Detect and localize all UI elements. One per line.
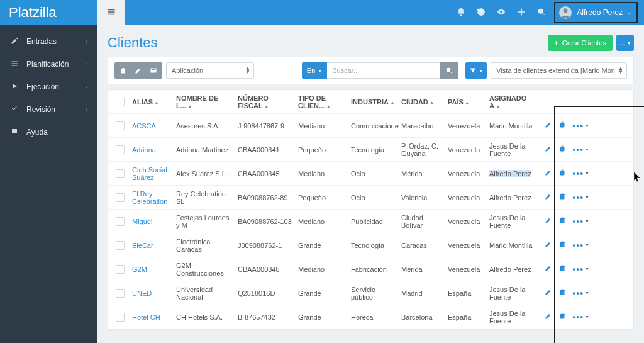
cell-tipo: Grande xyxy=(296,240,348,250)
cell-fiscal: J-908447867-9 xyxy=(235,121,296,131)
row-edit-icon[interactable] xyxy=(545,264,552,274)
col-industria[interactable]: INDUSTRIA▲ xyxy=(348,97,399,107)
app-select[interactable]: Aplicación ▲▼ xyxy=(166,62,254,79)
col-alias[interactable]: ALIAS▲ xyxy=(130,97,174,107)
table-row: El Rey CelebrationRey Celebration SLBA09… xyxy=(108,186,633,210)
row-delete-icon[interactable] xyxy=(558,312,566,322)
search-input[interactable] xyxy=(327,62,440,79)
row-more-icon[interactable]: •••▼ xyxy=(572,240,590,250)
row-delete-icon[interactable] xyxy=(558,121,566,130)
table-header: ALIAS▲ NOMBRE DE L...▲ NÚMERO FISCAL▲ TI… xyxy=(108,90,633,114)
row-edit-icon[interactable] xyxy=(545,193,552,202)
nav-item-entradas[interactable]: Entradas › xyxy=(0,30,97,53)
row-delete-icon[interactable] xyxy=(558,240,566,250)
row-edit-icon[interactable] xyxy=(545,240,552,250)
cell-pais: España xyxy=(445,312,487,322)
more-actions-button[interactable]: ... ▼ xyxy=(616,35,634,51)
checkbox[interactable] xyxy=(116,289,125,298)
cell-nombre: Alex Suarez S.L. xyxy=(174,169,235,179)
checkbox[interactable] xyxy=(116,313,125,322)
row-edit-icon[interactable] xyxy=(545,121,552,130)
search-button[interactable] xyxy=(440,62,458,79)
row-edit-icon[interactable] xyxy=(545,145,552,154)
nav-item-ejecucion[interactable]: Ejecución › xyxy=(0,76,97,98)
chevron-down-icon: ▼ xyxy=(479,69,483,73)
lang-button[interactable]: En ▼ xyxy=(302,62,327,79)
alias-link[interactable]: Miguel xyxy=(132,218,152,225)
table-row: EleCarElectrónica CaracasJ009088762-1Gra… xyxy=(108,233,633,257)
cell-asignado: Jesus De la Fuente xyxy=(487,284,537,302)
col-pais[interactable]: PAÍS▲ xyxy=(445,97,487,107)
row-more-icon[interactable]: •••▼ xyxy=(572,145,590,155)
main: Alfredo Perez ⌄ Clientes + Crear Cliente… xyxy=(97,0,644,343)
row-edit-icon[interactable] xyxy=(545,216,552,226)
app-select-label: Aplicación xyxy=(172,67,203,74)
alias-link[interactable]: UNED xyxy=(132,290,152,297)
nav-item-ayuda[interactable]: Ayuda xyxy=(0,121,97,143)
col-fiscal[interactable]: NÚMERO FISCAL▲ xyxy=(235,93,296,111)
checkbox-all[interactable] xyxy=(116,98,125,106)
row-delete-icon[interactable] xyxy=(558,145,566,154)
row-more-icon[interactable]: •••▼ xyxy=(572,312,590,322)
view-select[interactable]: Vista de clientes extendida [Mario Mon ▲… xyxy=(491,62,627,79)
row-delete-icon[interactable] xyxy=(558,288,566,298)
row-more-icon[interactable]: •••▼ xyxy=(572,264,590,274)
cell-pais: Venezuela xyxy=(445,193,487,203)
eye-icon[interactable] xyxy=(491,8,511,18)
cell-pais: Venezuela xyxy=(445,121,487,131)
table-row: MiguelFestejos Lourdes y MBA09088762-103… xyxy=(108,210,633,233)
alias-link[interactable]: Hotel CH xyxy=(132,313,160,321)
row-delete-icon[interactable] xyxy=(558,193,566,202)
row-edit-icon[interactable] xyxy=(545,169,552,178)
checkbox[interactable] xyxy=(116,217,125,226)
checkbox[interactable] xyxy=(116,121,125,130)
row-delete-icon[interactable] xyxy=(558,169,566,178)
nav-item-planificacion[interactable]: Planificación › xyxy=(0,53,97,76)
row-more-icon[interactable]: •••▼ xyxy=(572,288,590,298)
search-icon[interactable] xyxy=(531,8,552,18)
row-more-icon[interactable]: •••▼ xyxy=(572,216,590,227)
alias-link[interactable]: ACSCA xyxy=(132,122,156,130)
alias-link[interactable]: Adriana xyxy=(132,146,156,154)
mail-button[interactable] xyxy=(145,62,162,79)
col-asignado[interactable]: ASIGNADO A▲ xyxy=(487,93,537,111)
row-edit-icon[interactable] xyxy=(545,312,552,322)
checkbox[interactable] xyxy=(116,265,125,274)
chevron-down-icon: ▼ xyxy=(318,69,322,73)
checkbox[interactable] xyxy=(116,169,125,178)
plus-icon[interactable] xyxy=(511,8,531,18)
alias-link[interactable]: El Rey Celebration xyxy=(132,190,167,205)
filter-button[interactable]: ▼ xyxy=(465,62,487,79)
bell-icon[interactable] xyxy=(451,8,471,18)
checkbox[interactable] xyxy=(116,145,125,154)
nav-label: Entradas xyxy=(26,37,57,46)
alias-link[interactable]: Club Social Suárez xyxy=(132,166,167,181)
nav-label: Ayuda xyxy=(26,128,48,137)
nav-item-revision[interactable]: Revisión › xyxy=(0,98,97,121)
row-edit-icon[interactable] xyxy=(545,288,552,298)
checkbox[interactable] xyxy=(116,241,125,250)
cursor-icon xyxy=(633,171,642,184)
create-button[interactable]: + Crear Clientes xyxy=(548,35,613,51)
user-menu[interactable]: Alfredo Perez ⌄ xyxy=(554,2,638,23)
row-delete-icon[interactable] xyxy=(558,216,566,226)
cell-fiscal: CBAA000348 xyxy=(235,264,296,274)
col-nombre[interactable]: NOMBRE DE L...▲ xyxy=(174,93,235,111)
row-more-icon[interactable]: •••▼ xyxy=(572,193,590,203)
cell-ciudad: Mérida xyxy=(399,169,445,179)
cell-nombre: Electrónica Caracas xyxy=(174,237,235,254)
col-ciudad[interactable]: CIUDAD▲ xyxy=(399,97,445,107)
brand-logo: Platzilla xyxy=(0,0,97,25)
checkbox[interactable] xyxy=(116,193,125,202)
alias-link[interactable]: EleCar xyxy=(132,242,153,249)
create-label: Crear Clientes xyxy=(562,39,606,47)
history-icon[interactable] xyxy=(471,8,491,18)
row-delete-icon[interactable] xyxy=(558,264,566,274)
row-more-icon[interactable]: •••▼ xyxy=(572,121,590,131)
bulk-actions xyxy=(114,62,162,79)
col-tipo[interactable]: TIPO DE CLIEN...▲ xyxy=(296,93,348,111)
row-more-icon[interactable]: •••▼ xyxy=(572,169,590,179)
cell-ciudad: Caracas xyxy=(399,240,445,250)
alias-link[interactable]: G2M xyxy=(132,266,147,273)
menu-toggle[interactable] xyxy=(97,0,125,25)
